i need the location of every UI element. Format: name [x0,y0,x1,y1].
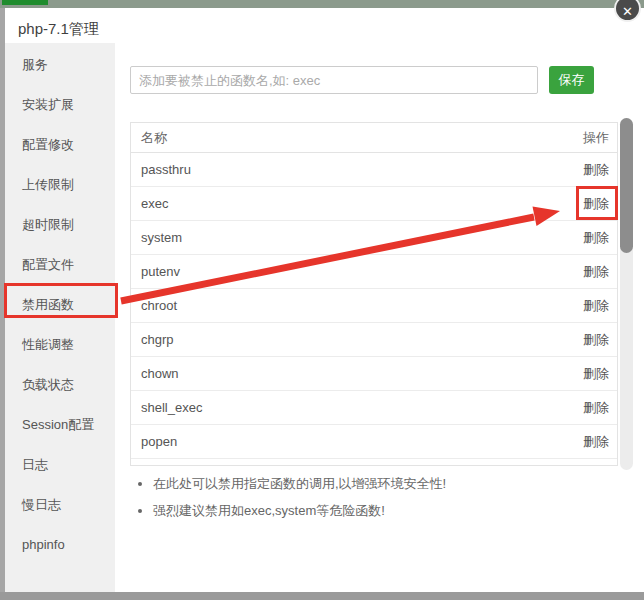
delete-link[interactable]: 删除 [583,400,609,415]
sidebar-item-load-status[interactable]: 负载状态 [5,365,115,405]
sidebar-item-performance[interactable]: 性能调整 [5,325,115,365]
note-item: 强烈建议禁用如exec,system等危险函数! [153,497,446,524]
sidebar: 服务 安装扩展 配置修改 上传限制 超时限制 配置文件 禁用函数 性能调整 负载… [5,43,115,592]
table-row: putenv 删除 [131,255,617,289]
delete-link[interactable]: 删除 [583,332,609,347]
sidebar-item-install-ext[interactable]: 安装扩展 [5,85,115,125]
table-row: popen 删除 [131,425,617,459]
save-button[interactable]: 保存 [549,66,594,94]
sidebar-item-service[interactable]: 服务 [5,45,115,85]
sidebar-item-session-config[interactable]: Session配置 [5,405,115,445]
function-name: shell_exec [131,400,547,415]
function-name: popen [131,434,547,449]
delete-link[interactable]: 删除 [583,230,609,245]
help-notes: 在此处可以禁用指定函数的调用,以增强环境安全性! 强烈建议禁用如exec,sys… [133,470,446,524]
function-name: chown [131,366,547,381]
delete-link[interactable]: 删除 [583,366,609,381]
sidebar-item-phpinfo[interactable]: phpinfo [5,525,115,565]
delete-link-exec[interactable]: 删除 [583,196,609,211]
function-name: chroot [131,298,547,313]
php-manage-modal: php-7.1管理 服务 安装扩展 配置修改 上传限制 超时限制 配置文件 禁用… [5,8,644,592]
function-name: putenv [131,264,547,279]
table-row: chroot 删除 [131,289,617,323]
table-header: 名称 操作 [131,123,617,153]
sidebar-item-log[interactable]: 日志 [5,445,115,485]
delete-link[interactable]: 删除 [583,162,609,177]
sidebar-item-slow-log[interactable]: 慢日志 [5,485,115,525]
table-row: chown 删除 [131,357,617,391]
table-row: system 删除 [131,221,617,255]
table-row: exec 删除 [131,187,617,221]
page-behind-bottom-strip [0,592,644,600]
sidebar-item-timeout-limit[interactable]: 超时限制 [5,205,115,245]
sidebar-item-disabled-funcs[interactable]: 禁用函数 [5,285,115,325]
table-scrollbar-track[interactable] [620,118,633,470]
note-item: 在此处可以禁用指定函数的调用,以增强环境安全性! [153,470,446,497]
sidebar-item-upload-limit[interactable]: 上传限制 [5,165,115,205]
modal-title: php-7.1管理 [18,20,99,39]
table-scrollbar-thumb[interactable] [620,118,633,253]
function-name: chgrp [131,332,547,347]
page-behind-green-header [2,0,48,5]
sidebar-item-config-file[interactable]: 配置文件 [5,245,115,285]
function-name: system [131,230,547,245]
add-function-input[interactable] [130,66,538,94]
column-header-name: 名称 [131,129,547,147]
table-row: shell_exec 删除 [131,391,617,425]
page-behind-top-strip [0,0,644,8]
table-row: passthru 删除 [131,153,617,187]
delete-link[interactable]: 删除 [583,434,609,449]
table-row: chgrp 删除 [131,323,617,357]
disabled-functions-table: 名称 操作 passthru 删除 exec 删除 system 删除 pute… [130,122,618,466]
function-name: passthru [131,162,547,177]
function-name: exec [131,196,547,211]
delete-link[interactable]: 删除 [583,298,609,313]
close-icon: ✕ [622,3,633,20]
delete-link[interactable]: 删除 [583,264,609,279]
column-header-action: 操作 [547,129,617,147]
sidebar-item-config-modify[interactable]: 配置修改 [5,125,115,165]
disabled-functions-panel: 保存 名称 操作 passthru 删除 exec 删除 system 删除 p… [115,43,644,592]
